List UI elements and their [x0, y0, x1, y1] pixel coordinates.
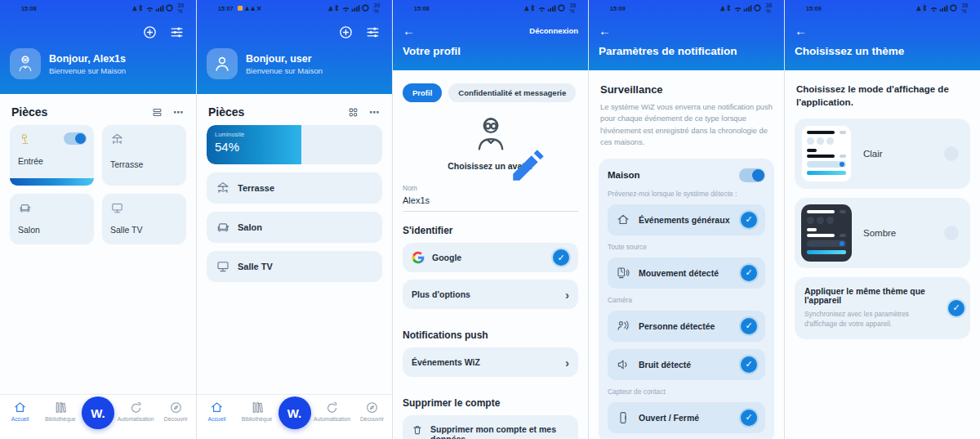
- section-title-rooms: Pièces: [208, 105, 244, 119]
- dark-radio[interactable]: [944, 226, 959, 240]
- page-title: Paramètres de notification: [589, 37, 784, 57]
- nav-item-bibliotheque[interactable]: Bibliothèque: [42, 401, 79, 423]
- greeting-title: Bonjour, Alex1s: [49, 53, 126, 65]
- room-card-salle-tv[interactable]: Salle TV: [102, 194, 186, 244]
- brightness-slider[interactable]: [10, 178, 94, 186]
- room-card-salon[interactable]: Salon: [10, 194, 94, 244]
- tab-confidentialite[interactable]: Confidentialité et messagerie: [448, 83, 576, 102]
- wiz-logo-button[interactable]: W.: [278, 396, 311, 429]
- check-icon[interactable]: ✓: [741, 410, 757, 426]
- motion-detected-row[interactable]: Mouvement détecté ✓: [608, 258, 765, 289]
- nav-item-automatisation[interactable]: Automatisation: [117, 401, 154, 423]
- logout-button[interactable]: Déconnexion: [529, 26, 578, 35]
- wiz-logo-button[interactable]: W.: [82, 396, 114, 429]
- apply-device-theme-card[interactable]: Appliquer le même thème que l'appareil S…: [795, 277, 970, 339]
- tab-profil[interactable]: Profil: [403, 83, 442, 102]
- light-radio[interactable]: [944, 146, 959, 161]
- brightness-fill[interactable]: Luminosité 54%: [207, 125, 301, 164]
- room-name: Salon: [18, 225, 86, 235]
- check-icon[interactable]: ✓: [741, 356, 757, 373]
- noise-detected-row[interactable]: Bruit détecté ✓: [608, 349, 765, 380]
- more-options-row[interactable]: Plus d'options ›: [403, 280, 578, 309]
- speaker-icon: [616, 357, 630, 372]
- light-theme-preview: [801, 125, 852, 182]
- signin-section-title: S'identifier: [393, 212, 588, 243]
- name-field[interactable]: Nom Alex1s: [393, 184, 588, 212]
- add-device-icon[interactable]: [142, 25, 158, 40]
- theme-option-dark[interactable]: Sombre: [795, 198, 970, 268]
- room-row-terrasse[interactable]: Terrasse: [207, 172, 382, 204]
- page-title: Votre profil: [393, 37, 588, 57]
- greeting-block[interactable]: Bonjour, Alex1s Bienvenue sur Maison: [0, 40, 196, 83]
- light-label: Clair: [863, 149, 933, 159]
- room-name: Terrasse: [110, 159, 178, 169]
- general-events-row[interactable]: Événements généraux ✓: [608, 204, 765, 235]
- nav-item-accueil[interactable]: Accueil: [198, 401, 236, 423]
- theme-option-light[interactable]: Clair: [795, 119, 970, 189]
- person-detected-row[interactable]: Personne détectée ✓: [608, 311, 765, 342]
- status-bar: 15:07 39 %: [197, 0, 392, 16]
- room-card-entree[interactable]: Entrée: [10, 125, 94, 186]
- brightness-value: 54%: [215, 140, 293, 154]
- add-device-icon[interactable]: [338, 25, 354, 40]
- chevron-right-icon: ›: [565, 356, 569, 369]
- notification-icons: [237, 5, 263, 11]
- filter-sliders-icon[interactable]: [365, 25, 381, 40]
- home-icon: [210, 401, 224, 414]
- wiz-events-row[interactable]: Événements WiZ ›: [403, 347, 578, 377]
- open-closed-row[interactable]: Ouvert / Fermé ✓: [608, 402, 765, 433]
- clock-text: 15:09: [806, 6, 822, 11]
- nav-item-decouvrir[interactable]: Découvrir: [157, 401, 194, 423]
- nav-item-decouvrir[interactable]: Découvrir: [354, 401, 391, 423]
- page-title: Choisissez un thème: [785, 37, 980, 57]
- nav-item-accueil[interactable]: Accueil: [2, 401, 39, 423]
- filter-sliders-icon[interactable]: [169, 25, 185, 40]
- back-icon[interactable]: ←: [599, 25, 611, 37]
- back-icon[interactable]: ←: [795, 25, 807, 37]
- delete-account-row[interactable]: Supprimer mon compte et mes données: [403, 415, 578, 439]
- layout-grid-icon[interactable]: [347, 106, 359, 119]
- check-icon[interactable]: ✓: [741, 212, 757, 228]
- surveillance-description: Le système WiZ vous enverra une notifica…: [589, 101, 784, 149]
- automation-icon: [325, 401, 339, 414]
- greeting-block[interactable]: Bonjour, user Bienvenue sur Maison: [197, 40, 392, 83]
- check-icon[interactable]: ✓: [741, 265, 757, 281]
- theme-header: 15:09 38 % ← Choisissez un thème: [785, 0, 980, 70]
- nav-item-automatisation[interactable]: Automatisation: [314, 401, 351, 423]
- nav-item-bibliotheque[interactable]: Bibliothèque: [238, 401, 276, 423]
- avatar-chooser[interactable]: Choisissez un avatar: [393, 114, 588, 171]
- layout-rows-icon[interactable]: [151, 106, 163, 119]
- status-bar: 15:09 38 %: [785, 0, 980, 16]
- room-row-salon[interactable]: Salon: [207, 212, 382, 243]
- more-icon[interactable]: ⋯: [369, 107, 381, 118]
- brightness-label: Luminosité: [215, 131, 293, 138]
- avatar[interactable]: [207, 48, 238, 79]
- battery-percent: 38 %: [766, 2, 776, 14]
- room-row-salle-tv[interactable]: Salle TV: [207, 251, 382, 282]
- push-section-title: Notifications push: [393, 316, 588, 347]
- edit-pencil-icon[interactable]: [508, 145, 516, 153]
- chevron-right-icon: ›: [565, 289, 569, 301]
- motion-sensor-icon: [616, 266, 630, 280]
- sofa-icon: [18, 201, 32, 215]
- library-icon: [250, 401, 264, 414]
- name-value[interactable]: Alex1s: [403, 195, 578, 212]
- entree-toggle[interactable]: [64, 132, 87, 145]
- surveillance-title: Surveillance: [589, 70, 784, 101]
- bottom-nav: Accueil Bibliothèque W. Automatisation D…: [0, 395, 196, 439]
- room-card-terrasse[interactable]: Terrasse: [102, 125, 186, 186]
- avatar[interactable]: [10, 48, 41, 79]
- discover-icon: [169, 401, 183, 414]
- home-toggle[interactable]: [739, 168, 765, 182]
- check-icon[interactable]: ✓: [948, 300, 964, 316]
- more-icon[interactable]: ⋯: [173, 107, 185, 118]
- room-name: Entrée: [18, 156, 86, 166]
- check-icon[interactable]: ✓: [741, 318, 757, 334]
- google-icon: [412, 251, 425, 264]
- screen-home-alex: 15:08 39 % Bonjour, Alex1s Bienvenue sur…: [0, 0, 196, 439]
- brightness-card[interactable]: Luminosité 54%: [207, 125, 382, 164]
- tv-icon: [110, 201, 124, 215]
- back-icon[interactable]: ←: [403, 25, 415, 37]
- google-signin-row[interactable]: Google ✓: [403, 243, 578, 272]
- screen-theme-chooser: 15:09 38 % ← Choisissez un thème Choisis…: [784, 0, 980, 439]
